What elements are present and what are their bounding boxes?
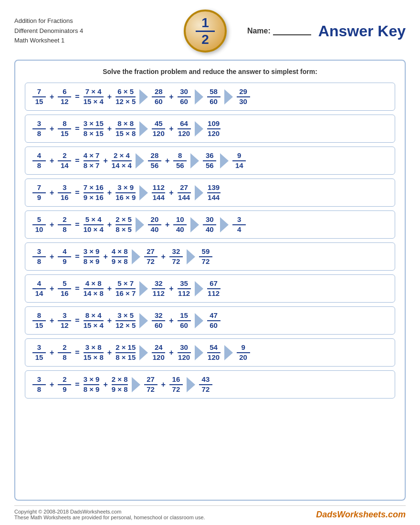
header-left: Addition for Fractions Different Denomin…	[14, 16, 177, 46]
fraction-numerator: 2 × 5	[116, 216, 132, 224]
fraction-numerator: 64	[180, 120, 188, 128]
footer-note: These Math Worksheets are provided for p…	[14, 514, 205, 520]
fraction: 2 × 414 × 4	[112, 152, 132, 169]
fraction-numerator: 3	[37, 344, 41, 352]
operator: +	[103, 252, 107, 261]
fraction: 3 × 98 × 9	[84, 248, 100, 265]
header-right: Name: Answer Key	[234, 22, 406, 40]
fraction: 24120	[152, 344, 165, 361]
fraction-denominator: 120	[178, 130, 190, 138]
fraction-denominator: 9	[63, 386, 66, 394]
arrow-icon	[195, 313, 203, 328]
fraction: 414	[32, 280, 46, 297]
operator: +	[107, 93, 112, 101]
fraction-numerator: 27	[180, 184, 188, 192]
operator: +	[107, 125, 112, 133]
fraction-denominator: 112	[208, 290, 220, 298]
fraction-numerator: 2	[63, 344, 66, 352]
fraction-denominator: 10	[35, 226, 43, 234]
fraction-numerator: 8 × 4	[85, 312, 102, 320]
fraction-denominator: 8 × 15	[116, 354, 136, 362]
fraction: 612	[58, 88, 71, 105]
fraction-denominator: 8 × 9	[84, 258, 100, 266]
fraction-denominator: 72	[172, 258, 180, 266]
operator: +	[50, 93, 54, 101]
operator: +	[103, 157, 107, 165]
fraction: 1672	[169, 376, 183, 393]
fraction: 3260	[152, 312, 165, 329]
arrow-icon	[220, 217, 229, 232]
fraction: 29	[58, 376, 71, 393]
fraction: 316	[58, 184, 71, 201]
fraction: 2772	[144, 376, 158, 393]
fraction-numerator: 3	[37, 248, 41, 256]
problem-row: 79+316=7 × 169 × 16+3 × 916 × 9112144+27…	[25, 178, 395, 207]
problem-row: 815+312=8 × 415 × 4+3 × 512 × 53260+1560…	[25, 306, 395, 335]
fraction: 4 × 814 × 8	[84, 280, 104, 297]
fraction: 3040	[203, 216, 216, 233]
fraction: 715	[32, 88, 46, 105]
name-line	[273, 27, 311, 35]
fraction: 32112	[152, 280, 165, 297]
operator: =	[75, 125, 79, 133]
fraction-denominator: 9 × 16	[84, 194, 104, 202]
subtitle-line2: Different Denominators 4	[14, 26, 177, 36]
fraction-numerator: 59	[202, 248, 210, 256]
brand-worksheets: Worksheets	[337, 510, 386, 519]
fraction-numerator: 3 × 8	[85, 344, 102, 352]
operator: +	[107, 284, 112, 293]
fraction-denominator: 15	[35, 98, 43, 106]
problem-row: 48+214=4 × 78 × 7+2 × 414 × 42856+856365…	[25, 147, 395, 175]
arrow-icon	[224, 345, 233, 360]
fraction: 8 × 415 × 4	[84, 312, 104, 329]
fraction: 856	[173, 152, 187, 169]
fraction-denominator: 16	[61, 290, 69, 298]
fraction-numerator: 8	[37, 312, 41, 320]
fraction-numerator: 2	[63, 216, 66, 224]
fraction: 920	[237, 344, 250, 361]
fraction: 8 × 815 × 8	[116, 120, 136, 137]
fraction-denominator: 12	[61, 322, 69, 330]
brand-dads: Dads	[316, 510, 337, 519]
fraction-numerator: 3	[63, 184, 66, 192]
arrow-icon	[187, 377, 195, 392]
fraction: 214	[58, 152, 71, 169]
fraction-numerator: 139	[208, 184, 220, 192]
operator: =	[75, 316, 79, 325]
fraction: 112144	[152, 184, 165, 201]
fraction-denominator: 72	[147, 386, 155, 394]
fraction-numerator: 36	[206, 152, 214, 160]
fraction-numerator: 7 × 4	[85, 88, 102, 96]
arrow-icon	[139, 281, 148, 296]
instruction: Solve the fraction problem and reduce th…	[25, 68, 395, 75]
fraction-numerator: 2	[63, 152, 66, 160]
operator: +	[169, 316, 173, 325]
fraction-denominator: 40	[206, 226, 214, 234]
fraction: 2 × 89 × 8	[112, 376, 128, 393]
fraction-denominator: 8	[37, 386, 41, 394]
fraction-denominator: 14 × 4	[112, 162, 132, 170]
fraction-numerator: 2	[63, 376, 66, 384]
fraction-denominator: 15 × 8	[84, 354, 104, 362]
operator: =	[75, 380, 79, 389]
fraction-numerator: 4	[37, 152, 41, 160]
header-center: 1 2	[177, 10, 234, 52]
fraction-denominator: 72	[147, 258, 155, 266]
fraction-denominator: 8 × 5	[116, 226, 132, 234]
fraction-denominator: 120	[208, 354, 220, 362]
operator: =	[75, 189, 79, 197]
arrow-icon	[195, 185, 203, 200]
fraction-numerator: 3 × 9	[84, 376, 100, 384]
fraction: 4760	[207, 312, 220, 329]
fraction-numerator: 30	[206, 216, 214, 224]
fraction: 914	[232, 152, 246, 169]
fraction-numerator: 2 × 15	[116, 344, 136, 352]
fraction-numerator: 109	[208, 120, 220, 128]
fraction-numerator: 28	[155, 88, 163, 96]
operator: +	[161, 252, 166, 261]
fraction-numerator: 16	[172, 376, 180, 384]
fraction-numerator: 8 × 8	[117, 120, 134, 128]
fraction-denominator: 14	[61, 162, 69, 170]
subtitle-line3: Math Worksheet 1	[14, 36, 177, 46]
fraction: 38	[32, 376, 46, 393]
